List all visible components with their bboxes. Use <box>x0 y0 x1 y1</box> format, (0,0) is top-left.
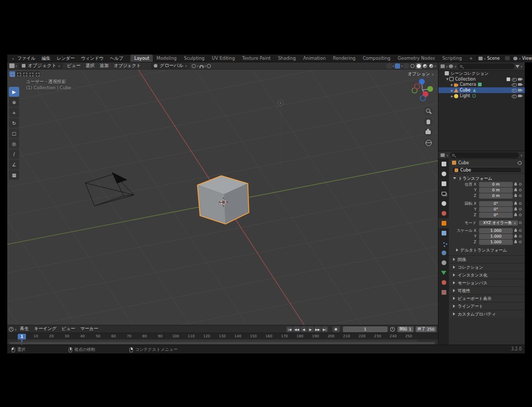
camera-view-button[interactable] <box>424 128 433 137</box>
select-mode-new-button[interactable] <box>9 71 15 77</box>
timeline-scrollbar[interactable] <box>9 342 435 344</box>
shading-material-button[interactable] <box>422 63 428 69</box>
lock-icon[interactable] <box>513 235 518 238</box>
value-field[interactable]: 1.000 <box>479 234 513 239</box>
viewport-menu-item[interactable]: オブジェクト <box>111 63 143 69</box>
workspace-tab[interactable]: Shading <box>274 55 300 62</box>
disable-render-icon[interactable] <box>518 94 523 98</box>
menubar-item[interactable]: ファイル <box>14 55 38 62</box>
properties-tab-physics[interactable] <box>438 248 449 258</box>
expand-arrow-icon[interactable]: ▶ <box>450 95 454 98</box>
value-field[interactable]: 0° <box>479 213 513 218</box>
value-field[interactable]: 0 m <box>479 182 513 187</box>
transform-orientation-dropdown[interactable]: グローバル ∨ <box>151 63 190 69</box>
properties-tab-render[interactable] <box>438 169 449 179</box>
viewport-menu-item[interactable]: ビュー <box>64 63 83 69</box>
outliner-row[interactable]: ▶Camera <box>438 82 525 88</box>
add-cube-tool-button[interactable]: ▦ <box>9 170 19 180</box>
select-mode-subtract-button[interactable] <box>22 71 28 77</box>
timeline-menu-item[interactable]: マーカー <box>78 326 101 332</box>
timeline-track-area[interactable] <box>7 339 438 345</box>
expand-arrow-icon[interactable]: ▶ <box>450 83 454 86</box>
properties-tab-texture[interactable] <box>438 287 449 297</box>
outliner-row[interactable]: ▶Light <box>438 93 525 99</box>
properties-section-header[interactable]: ラインアート <box>449 302 525 310</box>
gizmo-y-axis[interactable] <box>428 86 433 91</box>
frame-end-field[interactable]: 終了250 <box>416 326 436 332</box>
menubar-item[interactable]: ヘルプ <box>107 55 126 62</box>
new-scene-button[interactable] <box>505 56 510 60</box>
properties-tab-material[interactable] <box>438 278 449 287</box>
properties-tab-world[interactable] <box>438 208 449 218</box>
lock-icon[interactable] <box>513 214 518 216</box>
pivot-point-icon[interactable] <box>192 64 196 68</box>
properties-tab-modifiers[interactable] <box>438 228 449 238</box>
value-field[interactable]: 1.000 <box>479 228 513 233</box>
exclude-checkbox-icon[interactable] <box>507 77 510 81</box>
workspace-tab[interactable]: Compositing <box>359 55 394 62</box>
properties-section-header[interactable]: ビューポート表示 <box>449 294 525 302</box>
workspace-tab[interactable]: Texture Paint <box>238 55 274 62</box>
properties-section-header[interactable]: インスタンス化 <box>449 271 525 279</box>
lock-icon[interactable] <box>513 203 518 205</box>
add-workspace-button[interactable]: + <box>466 55 476 62</box>
properties-search-input[interactable] <box>450 152 518 158</box>
show-overlays-toggle[interactable] <box>395 63 400 69</box>
navigation-gizmo[interactable] <box>411 77 435 103</box>
outliner-search-input[interactable] <box>458 63 514 69</box>
current-frame-badge[interactable]: 1 <box>18 334 26 339</box>
animate-dot-icon[interactable] <box>518 221 523 224</box>
workspace-tab[interactable]: Scripting <box>438 55 466 62</box>
frame-start-field[interactable]: 開始1 <box>397 326 414 332</box>
hide-eye-icon[interactable] <box>512 88 516 92</box>
filter-id-icon[interactable] <box>449 64 453 68</box>
disable-render-icon[interactable] <box>518 83 523 86</box>
animate-dot-icon[interactable] <box>518 194 523 197</box>
next-keyframe-button[interactable]: ▶▶ <box>314 326 321 332</box>
value-field[interactable]: 0 m <box>479 193 513 199</box>
mode-dropdown[interactable]: オブジェクト ∨ <box>19 63 63 69</box>
disable-render-icon[interactable] <box>518 77 523 81</box>
properties-section-header[interactable]: カスタムプロパティ <box>449 310 525 318</box>
editor-type-icon[interactable] <box>9 63 15 68</box>
menubar-item[interactable]: ウィンドウ <box>78 55 107 62</box>
pan-button[interactable] <box>424 117 433 126</box>
perspective-toggle-button[interactable] <box>424 138 433 147</box>
select-box-tool-button[interactable]: ▶ <box>9 87 19 97</box>
filter-funnel-icon[interactable] <box>515 65 520 68</box>
proportional-editing-icon[interactable] <box>207 64 211 68</box>
move-tool-button[interactable]: + <box>9 108 19 117</box>
select-mode-invert-button[interactable] <box>28 71 34 77</box>
properties-tab-particles[interactable] <box>438 238 449 248</box>
viewport-canvas[interactable]: オプション ∨ ユーザー・透視投影 (1) Collection | Cube … <box>7 70 438 325</box>
hide-eye-icon[interactable] <box>512 83 516 86</box>
timeline-menu-item[interactable]: 再生 <box>17 326 31 332</box>
animate-dot-icon[interactable] <box>518 183 523 186</box>
value-field[interactable]: 0° <box>479 201 513 206</box>
properties-section-header[interactable]: 関係 <box>449 255 525 263</box>
cursor-tool-button[interactable]: ⊕ <box>9 97 19 107</box>
value-field[interactable]: 0° <box>479 207 513 212</box>
lock-icon[interactable] <box>513 208 518 211</box>
timeline-menu-item[interactable]: ビュー <box>59 326 78 332</box>
snap-magnet-icon[interactable] <box>200 65 204 68</box>
object-name-field[interactable]: Cube <box>452 167 522 173</box>
workspace-tab[interactable]: UV Editing <box>208 55 238 62</box>
lock-icon[interactable] <box>513 241 518 243</box>
animate-dot-icon[interactable] <box>518 208 523 211</box>
value-field[interactable]: 0 m <box>479 188 513 193</box>
show-gizmo-toggle[interactable] <box>387 63 392 69</box>
workspace-tab[interactable]: Sculpting <box>180 55 208 62</box>
lock-icon[interactable] <box>513 230 518 232</box>
animate-dot-icon[interactable] <box>518 202 523 205</box>
properties-tab-object[interactable] <box>438 218 449 228</box>
hide-eye-icon[interactable] <box>512 94 516 98</box>
workspace-tab[interactable]: Modeling <box>153 55 180 62</box>
prev-keyframe-button[interactable]: ◀◀ <box>293 326 300 332</box>
viewport-menu-item[interactable]: 選択 <box>83 63 97 69</box>
shading-rendered-button[interactable] <box>428 63 434 69</box>
play-button[interactable]: ▶ <box>308 326 314 332</box>
disable-render-icon[interactable] <box>518 88 523 92</box>
properties-tab-object-data[interactable] <box>438 268 449 278</box>
hide-eye-icon[interactable] <box>512 77 516 81</box>
